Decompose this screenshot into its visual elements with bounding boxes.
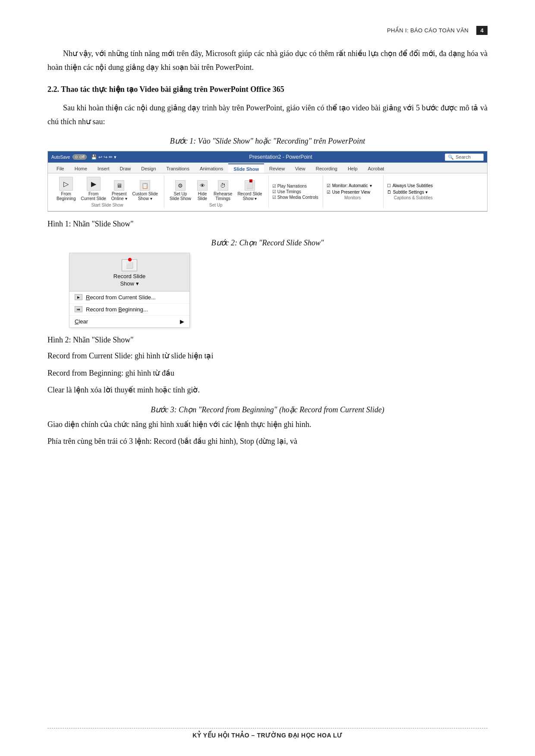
monitor-select-row[interactable]: ☑ Monitor: Automatic ▾ [327, 183, 372, 188]
captions-items: ☐ Always Use Subtitles 🗒 Subtitle Settin… [387, 183, 433, 194]
ribbon-titlebar-left: AutoSave ⊙ Off 💾 ↩ ↪ ✏ ▾ [51, 154, 116, 160]
ribbon-group-captions: ☐ Always Use Subtitles 🗒 Subtitle Settin… [384, 175, 444, 208]
checkbox-play-icon: ☑ [272, 184, 276, 188]
note2: Record from Beginning: ghi hình từ đầu [47, 367, 488, 380]
tab-design[interactable]: Design [136, 163, 161, 173]
tab-help[interactable]: Help [343, 163, 363, 173]
tab-home[interactable]: Home [69, 163, 92, 173]
always-subtitles-row[interactable]: ☐ Always Use Subtitles [387, 183, 433, 188]
presenter-view-row[interactable]: ☑ Use Presenter View [327, 190, 372, 194]
fig2-caption: Hình 2: Nhãn "Slide Show" [47, 334, 488, 346]
ribbon-titlebar-center: Presentation2 - PowerPoint [116, 154, 445, 160]
subtitle-settings-icon: 🗒 [387, 190, 391, 194]
tab-insert[interactable]: Insert [92, 163, 115, 173]
tab-animations[interactable]: Animations [195, 163, 228, 173]
rss-clear-arrow-icon: ▶ [180, 318, 184, 325]
record-slideshow-dropdown: ⬜ Record Slide Show ▾ ▶ Record from Curr… [69, 253, 190, 328]
tab-slideshow[interactable]: Slide Show [228, 163, 264, 173]
subtitles-checkbox-icon: ☐ [387, 183, 391, 188]
tab-view[interactable]: View [290, 163, 311, 173]
tab-file[interactable]: File [51, 163, 69, 173]
from-current-icon: ▶ [87, 177, 101, 191]
section-title-header: PHẦN I: BÁO CÁO TOÀN VĂN [387, 27, 469, 34]
note3: Clear là lệnh xóa lời thuyết minh hoặc t… [47, 383, 488, 397]
present-online-icon: 🖥 [114, 180, 124, 191]
checkbox-timings-icon: ☑ [272, 189, 276, 194]
rss-dropdown-icon: ⬜ [122, 259, 137, 271]
hide-slide-icon: 👁 [197, 180, 208, 191]
ribbon-autosave-label: AutoSave [51, 155, 70, 160]
fig1-caption: Hình 1: Nhãn "Slide Show" [47, 218, 488, 230]
tab-draw[interactable]: Draw [115, 163, 136, 173]
record-slideshow-icon: ⬜ ● [245, 180, 255, 191]
ribbon-item-custom-show[interactable]: 📋 Custom SlideShow ▾ [131, 179, 160, 202]
ribbon-group-start-items: ▷ FromBeginning ▶ FromCurrent Slide 🖥 Pr… [55, 176, 160, 202]
section-title-2-2: 2.2. Thao tác thực hiện tạo Video bài gi… [47, 84, 488, 95]
checkbox-use-timings[interactable]: ☑ Use Timings [272, 189, 318, 194]
ribbon-group-label-start: Start Slide Show [55, 203, 160, 207]
rss-record-dot [128, 258, 132, 261]
step2-label: Bước 2: Chọn "Record Slide Show" [47, 238, 488, 248]
step3-label: Bước 3: Chọn "Record from Beginning" (ho… [47, 405, 488, 414]
monitors-items: ☑ Monitor: Automatic ▾ ☑ Use Presenter V… [327, 183, 372, 194]
ribbon-group-label-setup: Set Up [168, 203, 264, 207]
page-header: PHẦN I: BÁO CÁO TOÀN VĂN 4 [47, 26, 488, 35]
page: PHẦN I: BÁO CÁO TOÀN VĂN 4 Như vậy, với … [0, 0, 535, 756]
rss-dropdown-title: Record Slide Show ▾ [113, 273, 145, 288]
checkbox-show-media[interactable]: ☑ Show Media Controls [272, 195, 318, 200]
tab-review[interactable]: Review [264, 163, 290, 173]
ribbon-searchbar[interactable]: 🔍 Search [445, 154, 484, 161]
setup-slideshow-icon: ⚙ [175, 180, 186, 191]
ribbon-checkboxes-container: ☑ Play Narrations ☑ Use Timings ☑ Show M… [272, 184, 318, 200]
ribbon-screenshot: AutoSave ⊙ Off 💾 ↩ ↪ ✏ ▾ Presentation2 -… [47, 151, 488, 212]
rss-menu-item-clear[interactable]: Clear ▶ [69, 316, 189, 327]
ribbon-item-record[interactable]: ⬜ ● Record SlideShow ▾ [236, 179, 264, 202]
subtitle-settings-row[interactable]: 🗒 Subtitle Settings ▾ [387, 190, 433, 194]
rss-beginning-icon: ⏮ [75, 306, 82, 312]
ribbon-autosave-toggle: ⊙ Off [72, 154, 86, 160]
ribbon-quick-access: 💾 ↩ ↪ ✏ ▾ [91, 154, 116, 160]
ribbon-item-present-online[interactable]: 🖥 PresentOnline ▾ [110, 179, 129, 202]
note1: Record from Current Slide: ghi hình từ s… [47, 349, 488, 363]
footer-text: KỶ YẾU HỘI THẢO – TRƯỜNG ĐẠI HỌC HOA LƯ [0, 732, 535, 739]
monitor-dropdown-icon: ▾ [370, 183, 372, 188]
rss-current-slide-icon: ▶ [75, 294, 82, 300]
rss-menu-item-beginning[interactable]: ⏮ Record from Beginning... [69, 304, 189, 316]
checkbox-play-narrations[interactable]: ☑ Play Narrations [272, 184, 318, 188]
ribbon-item-from-current[interactable]: ▶ FromCurrent Slide [79, 176, 107, 202]
ribbon-body: ▷ FromBeginning ▶ FromCurrent Slide 🖥 Pr… [48, 173, 487, 211]
rss-record-symbol: ⬜ [126, 262, 133, 269]
ribbon-group-start-slideshow: ▷ FromBeginning ▶ FromCurrent Slide 🖥 Pr… [51, 175, 164, 208]
tab-transitions[interactable]: Transitions [161, 163, 195, 173]
ribbon-titlebar-right: 🔍 Search [445, 154, 484, 161]
page-footer: KỶ YẾU HỘI THẢO – TRƯỜNG ĐẠI HỌC HOA LƯ [0, 728, 535, 739]
tab-recording[interactable]: Recording [311, 163, 343, 173]
ribbon-tabs: File Home Insert Draw Design Transitions… [48, 163, 487, 173]
ribbon-group-setup: ⚙ Set UpSlide Show 👁 HideSlide ⏱ Rehears… [164, 175, 269, 208]
paragraph3-line1: Giao diện chính của chức năng ghi hình x… [47, 418, 488, 432]
ribbon-group-label-monitors: Monitors [327, 195, 379, 200]
monitor-checkbox-icon: ☑ [327, 183, 330, 188]
paragraph2: Sau khi hoàn thiện các nội dung giảng dạ… [47, 101, 488, 129]
presenter-view-checkbox-icon: ☑ [327, 190, 330, 194]
ribbon-group-setup-items: ⚙ Set UpSlide Show 👁 HideSlide ⏱ Rehears… [168, 176, 264, 202]
ribbon-item-setup[interactable]: ⚙ Set UpSlide Show [168, 179, 193, 202]
ribbon-item-hide[interactable]: 👁 HideSlide [195, 179, 210, 202]
ribbon-titlebar: AutoSave ⊙ Off 💾 ↩ ↪ ✏ ▾ Presentation2 -… [48, 151, 487, 163]
ribbon-group-label-captions: Captions & Subtitles [387, 195, 440, 200]
paragraph3-line2: Phía trên cùng bên trái có 3 lệnh: Recor… [47, 435, 488, 449]
ribbon-item-rehearse[interactable]: ⏱ RehearseTimings [212, 179, 234, 202]
checkbox-media-icon: ☑ [272, 195, 276, 200]
tab-acrobat[interactable]: Acrobat [363, 163, 390, 173]
ribbon-group-monitors: ☑ Monitor: Automatic ▾ ☑ Use Presenter V… [323, 175, 384, 208]
rehearse-icon: ⏱ [218, 180, 228, 191]
ribbon-item-from-beginning[interactable]: ▷ FromBeginning [55, 176, 77, 202]
paragraph1: Như vậy, với những tính năng mới trên đâ… [47, 47, 488, 74]
step1-label: Bước 1: Vào "Slide Show" hoặc "Recording… [47, 136, 488, 146]
custom-show-icon: 📋 [140, 180, 150, 191]
rss-dropdown-header: ⬜ Record Slide Show ▾ [69, 253, 189, 292]
footer-separator [47, 728, 488, 728]
page-number: 4 [476, 26, 488, 35]
search-icon: 🔍 [448, 154, 454, 160]
rss-menu-item-current[interactable]: ▶ Record from Current Slide... [69, 292, 189, 304]
